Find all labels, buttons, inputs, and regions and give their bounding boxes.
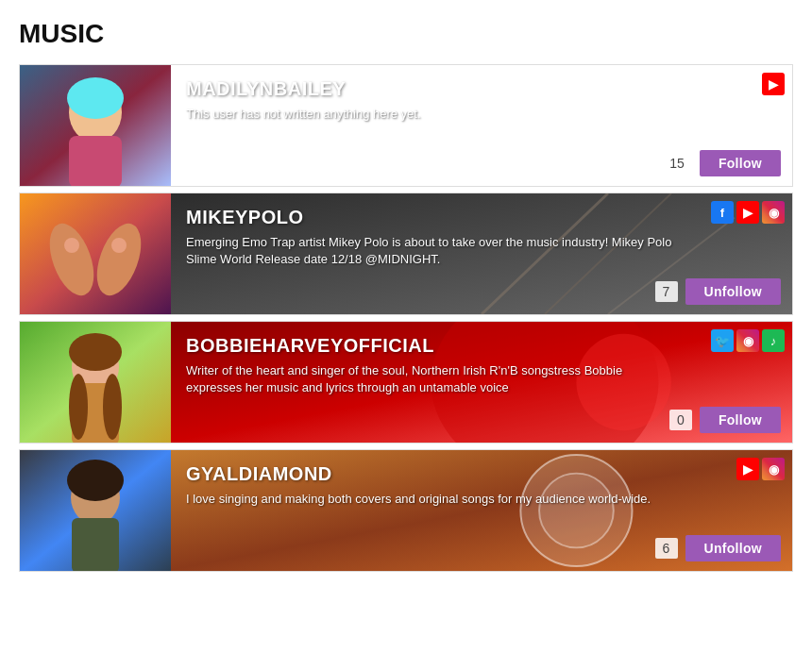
artist-desc-madilynbailey: This user has not written anything here …	[186, 106, 677, 123]
svg-point-27	[67, 460, 124, 501]
follow-button-madilynbailey[interactable]: Follow	[700, 150, 781, 176]
artist-desc-bobbieharveyofficial: Writer of the heart and singer of the so…	[186, 362, 677, 396]
follow-button-mikeypolo[interactable]: Unfollow	[685, 278, 782, 305]
follow-button-gyaldiamond[interactable]: Unfollow	[685, 535, 782, 561]
artist-thumb-gyaldiamond	[20, 450, 171, 572]
artist-desc-gyaldiamond: I love singing and making both covers an…	[186, 491, 677, 508]
artist-name-madilynbailey: MADILYNBAILEY	[186, 78, 777, 100]
svg-rect-3	[69, 136, 122, 187]
card-bottom-mikeypolo: 7Unfollow	[655, 278, 782, 305]
artist-desc-mikeypolo: Emerging Emo Trap artist Mikey Polo is a…	[186, 234, 677, 268]
artist-card-mikeypolo: f▶◉MIKEYPOLOEmerging Emo Trap artist Mik…	[19, 193, 793, 315]
svg-point-21	[103, 374, 122, 440]
artist-banner-bobbieharveyofficial: 🐦◉♪BOBBIEHARVEYOFFICIALWriter of the hea…	[171, 322, 792, 443]
artist-name-gyaldiamond: GYALDIAMOND	[186, 463, 777, 485]
artists-list: ▶MADILYNBAILEYThis user has not written …	[19, 64, 793, 572]
svg-point-18	[69, 333, 122, 371]
artist-thumb-mikeypolo	[20, 193, 171, 315]
follower-count-gyaldiamond: 6	[655, 538, 678, 559]
page-title: MUSIC	[19, 19, 793, 49]
artist-card-madilynbailey: ▶MADILYNBAILEYThis user has not written …	[19, 64, 793, 187]
follow-button-bobbieharveyofficial[interactable]: Follow	[700, 407, 781, 433]
follower-count-bobbieharveyofficial: 0	[669, 410, 692, 430]
artist-name-bobbieharveyofficial: BOBBIEHARVEYOFFICIAL	[186, 335, 777, 357]
card-bottom-madilynbailey: 15Follow	[662, 150, 781, 176]
svg-point-10	[64, 238, 79, 253]
artist-card-gyaldiamond: ▶◉GYALDIAMONDI love singing and making b…	[19, 449, 793, 572]
artist-card-bobbieharveyofficial: 🐦◉♪BOBBIEHARVEYOFFICIALWriter of the hea…	[19, 321, 793, 444]
artist-banner-madilynbailey: ▶MADILYNBAILEYThis user has not written …	[171, 65, 792, 186]
artist-banner-gyaldiamond: ▶◉GYALDIAMONDI love singing and making b…	[171, 450, 792, 571]
follower-count-mikeypolo: 7	[655, 281, 678, 302]
card-bottom-gyaldiamond: 6Unfollow	[655, 535, 782, 561]
svg-rect-7	[20, 193, 171, 315]
svg-rect-28	[72, 518, 119, 572]
artist-thumb-madilynbailey	[20, 65, 171, 187]
svg-point-20	[69, 374, 88, 440]
artist-name-mikeypolo: MIKEYPOLO	[186, 207, 777, 228]
svg-point-2	[67, 77, 124, 119]
follower-count-madilynbailey: 15	[662, 153, 692, 174]
artist-banner-mikeypolo: f▶◉MIKEYPOLOEmerging Emo Trap artist Mik…	[171, 193, 792, 314]
card-bottom-bobbieharveyofficial: 0Follow	[669, 407, 781, 433]
artist-thumb-bobbieharveyofficial	[20, 322, 171, 444]
svg-point-11	[111, 238, 127, 253]
